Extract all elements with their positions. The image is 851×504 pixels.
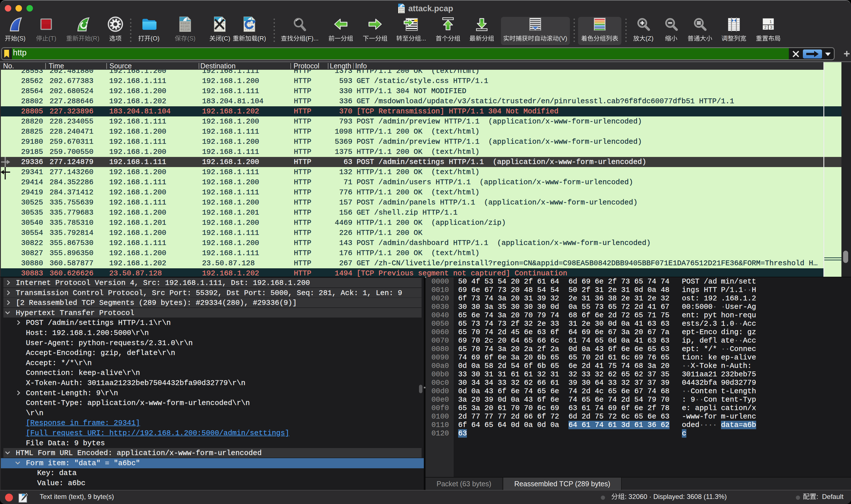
svg-text:01110: 01110 <box>181 28 190 31</box>
svg-text:1: 1 <box>769 19 772 24</box>
svg-text:2: 2 <box>764 25 766 30</box>
svg-text:0111: 0111 <box>399 11 404 14</box>
svg-text:3: 3 <box>770 25 773 30</box>
